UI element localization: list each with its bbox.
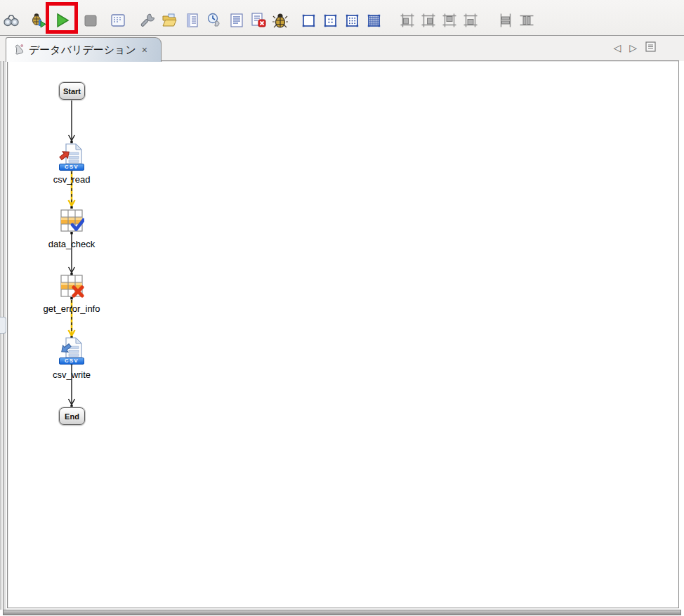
tab-close-icon[interactable]: ×: [142, 44, 147, 55]
document-icon[interactable]: [184, 12, 201, 29]
tab-nav-controls: ◁ ▷: [613, 41, 656, 53]
csv-badge: CSV: [59, 358, 84, 365]
grid-dots-medium-icon[interactable]: [343, 12, 360, 29]
flow-node-csv-read[interactable]: CSV: [59, 143, 84, 171]
sash-expand-handle[interactable]: [0, 317, 6, 334]
align-top-icon[interactable]: [441, 12, 458, 29]
left-panel-sash: [0, 61, 6, 610]
prev-tab-icon[interactable]: ◁: [613, 43, 621, 53]
scheduler-icon[interactable]: [206, 12, 223, 29]
table-check-icon: [59, 209, 84, 233]
flow-connectors: [8, 61, 679, 608]
table-error-icon: [59, 275, 84, 299]
data-check-label: data_check: [48, 239, 96, 249]
next-tab-icon[interactable]: ▷: [629, 43, 637, 53]
flow-node-get-error-info[interactable]: [59, 275, 84, 299]
align-bottom-icon[interactable]: [462, 12, 479, 29]
grid-dots-small-icon[interactable]: [322, 12, 338, 29]
csv-write-document-icon: [59, 337, 84, 358]
flow-node-start[interactable]: Start: [59, 82, 85, 100]
debug-run-icon[interactable]: [29, 12, 46, 29]
script-canvas[interactable]: Start CSV csv_read data_check: [7, 60, 679, 608]
csv-badge: CSV: [59, 164, 84, 171]
error-document-icon[interactable]: [250, 12, 267, 29]
align-right-icon[interactable]: [420, 12, 437, 29]
end-node-label: End: [65, 412, 79, 421]
distribute-horizontal-icon[interactable]: [497, 12, 514, 29]
distribute-vertical-icon[interactable]: [518, 12, 535, 29]
connector-start-to-csv-read[interactable]: [69, 100, 75, 143]
tab-title: データバリデーション: [29, 44, 136, 57]
wrench-icon[interactable]: [140, 12, 157, 29]
csv-read-document-icon: [59, 143, 84, 164]
toolbar: [0, 0, 684, 36]
csv-write-label: csv_write: [53, 369, 91, 380]
grid-none-icon[interactable]: [300, 12, 317, 29]
run-icon[interactable]: [54, 12, 71, 29]
align-left-icon[interactable]: [399, 12, 416, 29]
open-folder-icon[interactable]: [162, 12, 178, 29]
flow-node-data-check[interactable]: [59, 209, 84, 233]
tab-list-icon[interactable]: [645, 41, 656, 53]
log-document-icon[interactable]: [228, 12, 245, 29]
tab-bar: データバリデーション × ◁ ▷: [0, 36, 684, 61]
flow-node-end[interactable]: End: [59, 407, 85, 425]
grid-full-icon[interactable]: [365, 12, 382, 29]
stop-icon[interactable]: [82, 12, 99, 29]
bottom-frame-bar: [3, 610, 681, 615]
csv-read-label: csv_read: [53, 174, 91, 185]
search-binoculars-icon[interactable]: [3, 12, 20, 29]
grid-view-icon[interactable]: [110, 12, 126, 29]
get-error-info-label: get_error_info: [44, 303, 100, 314]
start-node-label: Start: [63, 87, 81, 96]
script-scroll-icon: [13, 43, 25, 58]
bug-icon[interactable]: [272, 12, 289, 29]
tab-data-validation[interactable]: データバリデーション ×: [6, 37, 162, 62]
flow-node-csv-write[interactable]: CSV: [59, 337, 84, 365]
